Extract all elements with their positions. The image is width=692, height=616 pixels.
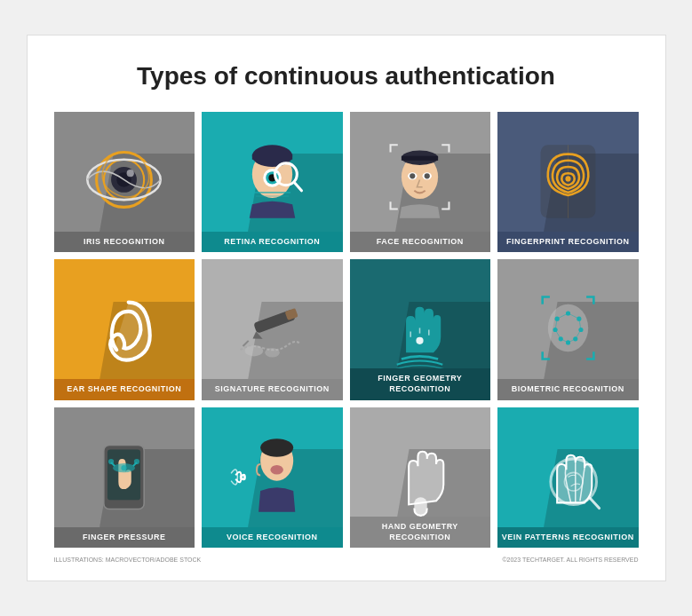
- tile-face: FACE RECOGNITION: [350, 112, 491, 253]
- iris-label: IRIS RECOGNITION: [54, 232, 195, 253]
- svg-rect-8: [252, 154, 292, 160]
- svg-rect-18: [402, 156, 438, 161]
- svg-line-13: [294, 183, 301, 191]
- tile-ear: EAR SHAPE RECOGNITION: [54, 259, 195, 400]
- footer: ILLUSTRATIONS: MACROVECTOR/ADOBE STOCK ©…: [54, 557, 639, 563]
- finger-pressure-label: FINGER PRESSURE: [54, 527, 195, 549]
- svg-point-32: [417, 337, 424, 344]
- tile-retina: RETINA RECOGNITION: [202, 112, 343, 253]
- svg-point-64: [270, 466, 282, 475]
- svg-point-31: [265, 348, 279, 357]
- tile-biometric: BIOMETRIC RECOGNITION: [497, 259, 639, 400]
- tile-fingerprint: FINGERPRINT RECOGNITION: [497, 112, 639, 253]
- auth-grid: IRIS RECOGNITION RETINA RECOGNITION: [54, 112, 639, 549]
- ear-label: EAR SHAPE RECOGNITION: [54, 379, 195, 400]
- tile-finger-geo: FINGER GEOMETRY RECOGNITION: [350, 259, 491, 400]
- footer-right: ©2023 TECHTARGET. ALL RIGHTS RESERVED: [502, 557, 638, 563]
- signature-label: SIGNATURE RECOGNITION: [202, 379, 343, 400]
- fingerprint-label: FINGERPRINT RECOGNITION: [497, 232, 639, 253]
- vein-label: VEIN PATTERNS RECOGNITION: [497, 527, 639, 549]
- footer-left: ILLUSTRATIONS: MACROVECTOR/ADOBE STOCK: [54, 557, 202, 563]
- svg-line-69: [590, 499, 599, 509]
- svg-point-63: [260, 439, 293, 458]
- tile-voice: VOICE RECOGNITION: [202, 407, 343, 549]
- face-label: FACE RECOGNITION: [350, 232, 491, 253]
- biometric-label: BIOMETRIC RECOGNITION: [497, 379, 639, 400]
- svg-point-22: [425, 174, 430, 179]
- svg-point-60: [134, 459, 139, 464]
- svg-point-5: [127, 170, 134, 178]
- tile-signature: SIGNATURE RECOGNITION: [202, 259, 343, 400]
- svg-point-61: [122, 466, 127, 471]
- retina-label: RETINA RECOGNITION: [202, 232, 343, 253]
- voice-label: VOICE RECOGNITION: [202, 527, 343, 549]
- tile-finger-pressure: FINGER PRESSURE: [54, 407, 195, 549]
- tile-vein: VEIN PATTERNS RECOGNITION: [497, 407, 639, 549]
- svg-point-59: [108, 459, 114, 464]
- page-title: Types of continuous authentication: [54, 62, 639, 91]
- main-card: Types of continuous authentication IRIS …: [27, 35, 666, 582]
- svg-point-30: [244, 345, 263, 356]
- tile-hand-geo: HAND GEOMETRY RECOGNITION: [350, 407, 491, 549]
- svg-line-29: [243, 341, 248, 346]
- tile-iris: IRIS RECOGNITION: [54, 112, 195, 253]
- hand-geo-label: HAND GEOMETRY RECOGNITION: [350, 517, 491, 548]
- finger-geo-label: FINGER GEOMETRY RECOGNITION: [350, 368, 491, 399]
- svg-point-20: [410, 174, 415, 179]
